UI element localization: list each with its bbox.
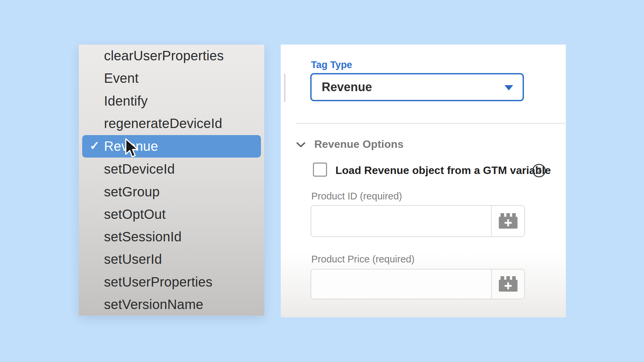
variable-picker-button[interactable] <box>491 269 524 299</box>
menu-item-label: setGroup <box>104 184 160 199</box>
product-id-input[interactable] <box>311 206 492 236</box>
cropped-edge-artifact <box>284 74 285 102</box>
menu-item-label: setUserId <box>104 252 162 267</box>
menu-item[interactable]: setUserId <box>79 248 264 270</box>
product-price-field <box>311 269 525 299</box>
menu-item[interactable]: setSessionId <box>79 226 264 248</box>
gtm-variable-checkbox[interactable] <box>313 163 327 177</box>
menu-item-label: setDeviceId <box>104 162 175 177</box>
menu-item[interactable]: Identify <box>79 90 264 112</box>
menu-item[interactable]: setGroup <box>79 181 264 203</box>
product-id-label: Product ID (required) <box>311 191 402 202</box>
menu-item-label: Identify <box>104 94 148 109</box>
dropdown-caret-icon <box>504 85 513 90</box>
product-id-field <box>311 205 525 237</box>
tag-configuration-panel: Tag Type Revenue Revenue Options Load Re… <box>281 45 566 317</box>
tag-type-dropdown-menu: clearUserProperties Event Identify regen… <box>79 45 264 316</box>
menu-item-label: Event <box>104 71 139 86</box>
variable-picker-button[interactable] <box>491 206 524 236</box>
product-price-input[interactable] <box>311 269 492 299</box>
menu-item[interactable]: clearUserProperties <box>79 45 264 67</box>
menu-item-label: clearUserProperties <box>104 48 224 63</box>
menu-item[interactable]: setVersionName <box>79 293 264 316</box>
menu-item-label: setSessionId <box>104 229 181 244</box>
menu-item[interactable]: setUserProperties <box>79 271 264 293</box>
menu-item[interactable]: setOptOut <box>79 203 264 226</box>
tag-type-value: Revenue <box>322 80 372 94</box>
menu-item[interactable]: setDeviceId <box>79 158 264 180</box>
menu-item-label: setOptOut <box>104 207 166 222</box>
brick-icon <box>498 276 518 292</box>
menu-item-label: regenerateDeviceId <box>104 116 222 131</box>
checkmark-icon: ✓ <box>90 139 100 153</box>
product-price-label: Product Price (required) <box>311 254 415 265</box>
revenue-options-header[interactable]: Revenue Options <box>296 138 404 150</box>
gtm-variable-checkbox-label: Load Revenue object from a GTM variable <box>335 164 551 177</box>
menu-item-label: Revenue <box>104 139 158 154</box>
tag-type-select[interactable]: Revenue <box>310 73 524 101</box>
tag-type-label: Tag Type <box>311 59 352 70</box>
menu-item[interactable]: Event <box>79 67 264 89</box>
section-divider <box>296 123 565 124</box>
menu-item-label: setUserProperties <box>104 275 213 290</box>
chevron-down-icon <box>296 142 306 148</box>
revenue-options-title: Revenue Options <box>314 138 404 150</box>
menu-item-revenue-selected[interactable]: ✓ Revenue <box>82 135 261 158</box>
menu-item-label: setVersionName <box>104 297 203 312</box>
menu-item[interactable]: regenerateDeviceId <box>79 112 264 135</box>
help-icon[interactable]: ? <box>532 164 546 177</box>
brick-icon <box>498 213 518 229</box>
